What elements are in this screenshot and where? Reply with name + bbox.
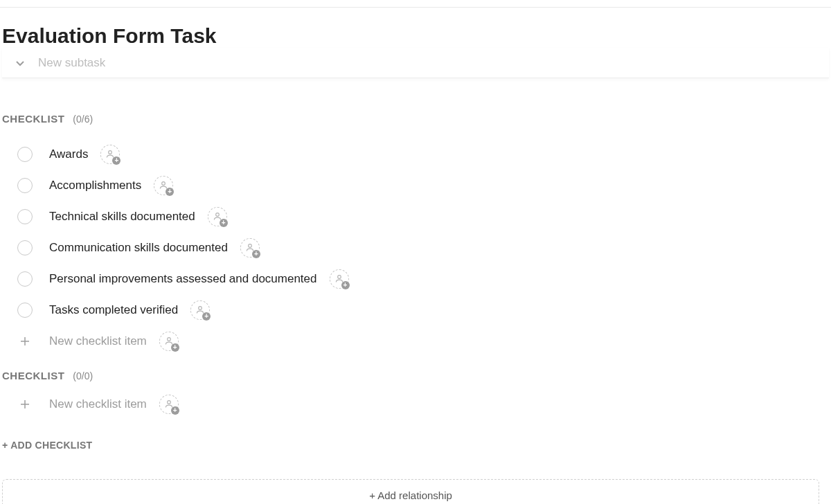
add-checklist-button[interactable]: + ADD CHECKLIST xyxy=(2,440,92,451)
assign-user-button[interactable] xyxy=(154,176,173,195)
svg-point-11 xyxy=(167,401,170,404)
new-checklist-item-placeholder: New checklist item xyxy=(49,397,147,411)
assign-user-button[interactable] xyxy=(330,269,349,289)
assign-user-button[interactable] xyxy=(190,300,210,320)
add-relationship-label: + Add relationship xyxy=(369,489,452,501)
checkbox-circle[interactable] xyxy=(17,209,33,224)
checkbox-circle[interactable] xyxy=(17,271,33,287)
svg-point-1 xyxy=(162,181,166,185)
svg-point-3 xyxy=(249,244,252,247)
assign-user-button[interactable] xyxy=(159,332,179,351)
plus-badge-icon xyxy=(166,188,174,196)
plus-badge-icon xyxy=(202,312,211,321)
plus-badge-icon xyxy=(171,343,179,352)
assign-user-button[interactable] xyxy=(159,395,179,414)
checklist-1-count: (0/6) xyxy=(73,114,93,125)
checklist-item-text: Communication skills documented xyxy=(49,241,228,255)
checklist-item-text: Technical skills documented xyxy=(49,210,195,224)
checklist-item[interactable]: Awards xyxy=(17,138,829,170)
checklist-1-header: CHECKLIST (0/6) xyxy=(2,113,829,125)
top-divider xyxy=(0,7,831,8)
checklist-item-text: Accomplishments xyxy=(49,179,141,192)
plus-icon xyxy=(17,335,33,348)
checklist-item-text: Tasks completed verified xyxy=(49,303,178,317)
plus-badge-icon xyxy=(112,156,120,165)
checklist-item-text: Awards xyxy=(49,147,88,161)
checklist-2-label: CHECKLIST xyxy=(2,370,64,381)
add-checklist-item-row-2[interactable]: New checklist item xyxy=(2,390,829,419)
svg-point-8 xyxy=(167,338,170,341)
svg-point-2 xyxy=(215,213,219,216)
checklist-item[interactable]: Accomplishments xyxy=(17,170,829,201)
new-checklist-item-placeholder: New checklist item xyxy=(49,334,147,348)
checklist-1-items: Awards Accomplishments Technical skills … xyxy=(2,138,829,325)
add-checklist-item-row-1[interactable]: New checklist item xyxy=(2,327,829,356)
plus-badge-icon xyxy=(341,281,350,289)
svg-point-5 xyxy=(199,306,202,309)
checklist-2-count: (0/0) xyxy=(73,370,93,381)
new-subtask-placeholder: New subtask xyxy=(38,56,105,70)
plus-badge-icon xyxy=(171,406,179,415)
plus-badge-icon xyxy=(252,250,260,258)
assign-user-button[interactable] xyxy=(100,145,120,164)
plus-icon xyxy=(17,398,33,411)
chevron-down-icon xyxy=(16,57,24,69)
checklist-item[interactable]: Communication skills documented xyxy=(17,232,829,263)
checklist-2-header: CHECKLIST (0/0) xyxy=(2,370,829,381)
checkbox-circle[interactable] xyxy=(17,178,33,193)
checklist-item[interactable]: Tasks completed verified xyxy=(17,294,829,325)
page-title: Evaluation Form Task xyxy=(2,24,829,48)
add-relationship-button[interactable]: + Add relationship xyxy=(2,479,819,504)
new-subtask-row[interactable]: New subtask xyxy=(2,48,829,78)
plus-badge-icon xyxy=(220,219,228,227)
svg-point-4 xyxy=(337,275,341,278)
checkbox-circle[interactable] xyxy=(17,303,33,318)
checklist-item[interactable]: Technical skills documented xyxy=(17,201,829,232)
assign-user-button[interactable] xyxy=(208,207,227,226)
svg-point-0 xyxy=(109,150,112,154)
checklist-1-label: CHECKLIST xyxy=(2,113,64,125)
checklist-item-text: Personal improvements assessed and docum… xyxy=(49,272,317,286)
checkbox-circle[interactable] xyxy=(17,240,33,255)
checklist-item[interactable]: Personal improvements assessed and docum… xyxy=(17,263,829,294)
checkbox-circle[interactable] xyxy=(17,147,33,162)
assign-user-button[interactable] xyxy=(240,238,260,258)
